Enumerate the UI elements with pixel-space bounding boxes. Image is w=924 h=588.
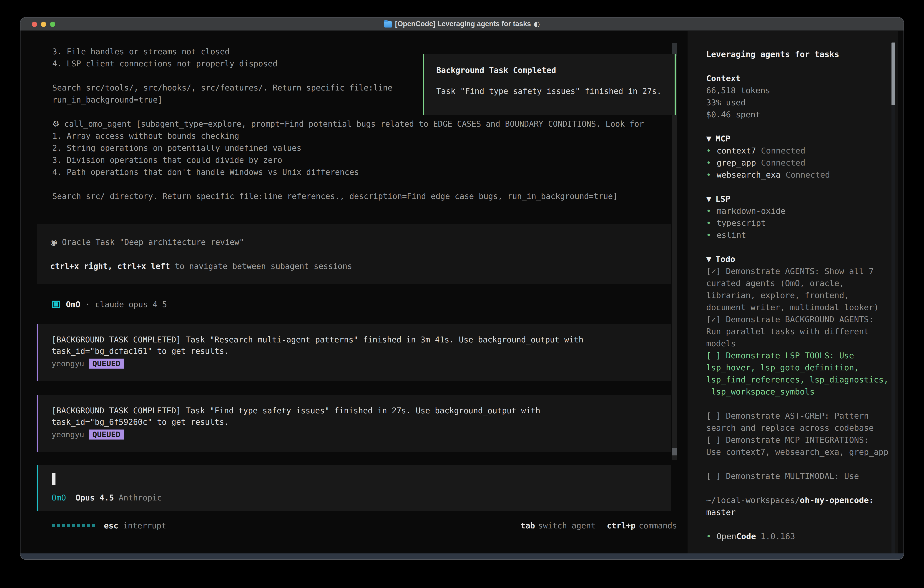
- context-tokens: 66,518 tokens: [706, 84, 884, 96]
- log-line: 1. Array access without bounds checking: [20, 130, 688, 142]
- workspace-path: ~/local-workspaces/oh-my-opencode:: [706, 494, 884, 506]
- window-titlebar[interactable]: [OpenCode] Leveraging agents for tasks ◐: [20, 18, 904, 31]
- main-scrollbar-thumb-top[interactable]: [672, 43, 677, 56]
- lsp-item: •eslint: [706, 229, 884, 241]
- gear-icon: ⚙: [52, 119, 59, 129]
- bullet-dot-icon: •: [706, 157, 711, 169]
- queued-status-badge: QUEUED: [89, 429, 124, 439]
- log-line: 4. Path operations that don't handle Win…: [20, 166, 688, 178]
- opencode-terminal-window: [OpenCode] Leveraging agents for tasks ◐…: [20, 17, 904, 560]
- todo-line: librarian, explore, frontend,: [706, 289, 884, 301]
- todo-line: search and replace across codebase: [706, 422, 884, 434]
- input-footer: OmO Opus 4.5 Anthropic: [52, 492, 162, 504]
- esc-key-label: interrupt: [123, 521, 166, 530]
- agent-model: claude-opus-4-5: [95, 300, 167, 309]
- background-task-message: [BACKGROUND TASK COMPLETED] Task "Find t…: [36, 395, 671, 452]
- tool-call-line: ⚙ call_omo_agent [subagent_type=explore,…: [20, 118, 688, 130]
- prompt-input[interactable]: OmO Opus 4.5 Anthropic: [36, 465, 671, 511]
- notification-body: Task "Find type safety issues" finished …: [436, 87, 662, 96]
- bullet-dot-icon: •: [706, 145, 711, 157]
- todo-line: Run parallel tasks with different: [706, 325, 884, 337]
- background-task-message: [BACKGROUND TASK COMPLETED] Task "Resear…: [36, 324, 671, 381]
- task-message-line: [BACKGROUND TASK COMPLETED] Task "Resear…: [52, 334, 671, 345]
- context-heading: Context: [706, 72, 884, 84]
- mcp-item: •websearch_exaConnected: [706, 169, 884, 181]
- todo-line: [✓] Demonstrate AGENTS: Show all 7: [706, 265, 884, 277]
- main-scrollbar-thumb[interactable]: [672, 448, 677, 456]
- oracle-task-card: ◉ Oracle Task "Deep architecture review"…: [36, 224, 671, 284]
- background-task-notification: Background Task Completed Task "Find typ…: [422, 55, 676, 115]
- blank-line: [20, 178, 688, 190]
- status-bar: esc interrupt tab switch agent ctrl+p co…: [52, 520, 677, 532]
- todo-line: models: [706, 337, 884, 350]
- half-circle-icon: ◐: [534, 20, 540, 28]
- close-button[interactable]: [32, 21, 37, 27]
- bullet-dot-icon: •: [706, 530, 711, 542]
- task-user: yeongyu: [52, 430, 84, 439]
- session-sidebar: Leveraging agents for tasks Context 66,5…: [688, 31, 898, 553]
- todo-line: lsp_workspace_symbols: [706, 386, 884, 398]
- minimize-button[interactable]: [41, 21, 46, 27]
- mcp-item: •grep_appConnected: [706, 157, 884, 169]
- tool-call-text: call_omo_agent [subagent_type=explore, p…: [64, 119, 644, 129]
- todo-section-header[interactable]: ▼Todo: [706, 253, 884, 265]
- bullet-dot-icon: •: [706, 205, 711, 217]
- todo-line: document-writer, multimodal-looker): [706, 301, 884, 313]
- log-line: Search src/ directory. Return specific f…: [20, 190, 688, 202]
- task-meta-row: yeongyu QUEUED: [52, 358, 671, 368]
- zoom-button[interactable]: [50, 21, 55, 27]
- sidebar-scrollbar-track[interactable]: [891, 43, 895, 554]
- lsp-item: •typescript: [706, 217, 884, 229]
- todo-line: curated agents (OmO, oracle,: [706, 277, 884, 289]
- triangle-down-icon: ▼: [706, 195, 711, 203]
- window-bottom-edge: [20, 553, 904, 559]
- window-title: [OpenCode] Leveraging agents for tasks: [395, 20, 531, 28]
- folder-icon: [384, 21, 392, 28]
- ctrlp-key-hint: ctrl+p: [607, 521, 635, 530]
- log-line: 2. String operations on potentially unde…: [20, 142, 688, 154]
- mcp-section-header[interactable]: ▼MCP: [706, 132, 884, 145]
- spinner-dots-icon: [52, 524, 95, 527]
- input-model-label: Opus 4.5: [76, 493, 114, 502]
- task-meta-row: yeongyu QUEUED: [52, 429, 671, 439]
- mcp-item: •context7Connected: [706, 145, 884, 157]
- sidebar-scrollbar-thumb[interactable]: [891, 43, 895, 105]
- blank-line: [36, 248, 671, 260]
- task-user: yeongyu: [52, 359, 84, 368]
- todo-line: lsp_find_references, lsp_diagnostics,: [706, 373, 884, 386]
- bullet-dot-icon: •: [706, 169, 711, 181]
- traffic-lights: [32, 21, 55, 27]
- agent-name: OmO: [66, 300, 80, 309]
- bullet-dot-icon: •: [706, 229, 711, 241]
- log-line: 3. Division operations that could divide…: [20, 154, 688, 166]
- separator-dot: ·: [85, 300, 90, 309]
- context-spent: $0.46 spent: [706, 109, 884, 121]
- session-title: Leveraging agents for tasks: [706, 48, 884, 60]
- notification-title: Background Task Completed: [436, 66, 556, 75]
- task-message-line: task_id="bg_dcfac161" to get results.: [52, 345, 671, 357]
- queued-status-badge: QUEUED: [89, 358, 124, 368]
- workspace-branch: master: [706, 506, 884, 518]
- esc-key-hint: esc: [104, 521, 118, 530]
- ctrlp-key-label: commands: [639, 521, 677, 530]
- triangle-down-icon: ▼: [706, 255, 711, 263]
- omo-agent-icon: [52, 301, 60, 308]
- opencode-version: •OpenCode1.0.163: [706, 530, 884, 542]
- text-cursor: [52, 473, 56, 485]
- esc-key-label: [118, 521, 123, 530]
- terminal-main-area: 3. File handles or streams not closed 4.…: [20, 31, 688, 553]
- radio-dot-icon: ◉: [50, 238, 57, 247]
- hint-text: to navigate between subagent sessions: [170, 262, 352, 271]
- context-used: 33% used: [706, 96, 884, 109]
- oracle-task-title: ◉ Oracle Task "Deep architecture review": [36, 236, 671, 248]
- todo-line: [ ] Demonstrate MCP INTEGRATIONS:: [706, 434, 884, 446]
- tab-key-label: switch agent: [538, 521, 596, 530]
- todo-line: [ ] Demonstrate MULTIMODAL: Use: [706, 470, 884, 482]
- todo-line: [ ] Demonstrate LSP TOOLS: Use: [706, 350, 884, 362]
- task-message-line: task_id="bg_6f59260c" to get results.: [52, 416, 671, 428]
- todo-line: [✓] Demonstrate BACKGROUND AGENTS:: [706, 313, 884, 325]
- lsp-section-header[interactable]: ▼LSP: [706, 193, 884, 205]
- status-bar-right: tab switch agent ctrl+p commands: [521, 521, 677, 530]
- agent-session-header: OmO · claude-opus-4-5: [52, 298, 167, 311]
- task-message-line: [BACKGROUND TASK COMPLETED] Task "Find t…: [52, 405, 671, 416]
